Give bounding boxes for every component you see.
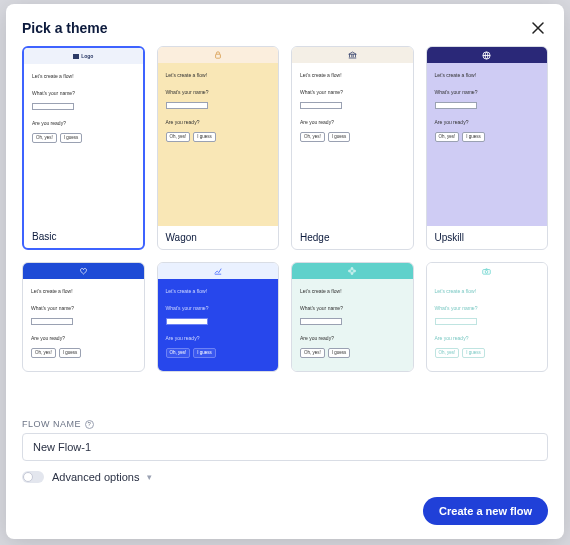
theme-preview-header: Logo (24, 48, 143, 64)
preview-btn-guess: I guess (59, 348, 82, 358)
theme-preview: Let's create a flow! What's your name? A… (23, 263, 144, 371)
preview-heading: Let's create a flow! (435, 72, 540, 79)
theme-preview-body: Let's create a flow! What's your name? A… (24, 64, 143, 225)
theme-preview: Let's create a flow! What's your name? A… (427, 47, 548, 226)
theme-label: Upskill (427, 226, 548, 249)
advanced-toggle[interactable] (22, 471, 44, 483)
preview-q-name: What's your name? (435, 305, 540, 312)
theme-preview-header (427, 47, 548, 63)
preview-q-ready: Are you ready? (300, 335, 405, 342)
create-flow-button[interactable]: Create a new flow (423, 497, 548, 525)
theme-label: Hedge (292, 226, 413, 249)
flow-name-section: FLOW NAME ? (22, 419, 548, 461)
plus-medical-icon (348, 267, 356, 275)
theme-card-7[interactable]: Let's create a flow! What's your name? A… (291, 262, 414, 372)
theme-card-upskill[interactable]: Let's create a flow! What's your name? A… (426, 46, 549, 250)
theme-preview-header (158, 47, 279, 63)
globe-icon (482, 51, 491, 60)
preview-input (435, 318, 477, 325)
preview-btn-guess: I guess (462, 348, 485, 358)
theme-preview: Let's create a flow! What's your name? A… (158, 263, 279, 371)
theme-preview-body: Let's create a flow! What's your name? A… (427, 279, 548, 371)
preview-q-name: What's your name? (31, 305, 136, 312)
theme-preview-body: Let's create a flow! What's your name? A… (23, 279, 144, 371)
theme-label: Basic (24, 225, 143, 248)
theme-preview-body: Let's create a flow! What's your name? A… (292, 63, 413, 226)
close-button[interactable] (528, 18, 548, 38)
theme-card-wagon[interactable]: Let's create a flow! What's your name? A… (157, 46, 280, 250)
preview-btn-guess: I guess (193, 132, 216, 142)
themes-container: Logo Let's create a flow! What's your na… (22, 46, 548, 413)
preview-btn-yes: Oh, yes! (166, 348, 191, 358)
heart-icon (79, 267, 88, 275)
preview-q-name: What's your name? (32, 90, 135, 97)
theme-preview: Let's create a flow! What's your name? A… (427, 263, 548, 371)
preview-btn-yes: Oh, yes! (435, 348, 460, 358)
themes-row-1: Logo Let's create a flow! What's your na… (22, 46, 548, 250)
preview-btn-yes: Oh, yes! (300, 132, 325, 142)
theme-preview-header (292, 47, 413, 63)
theme-card-5[interactable]: Let's create a flow! What's your name? A… (22, 262, 145, 372)
preview-btn-guess: I guess (328, 132, 351, 142)
modal-title: Pick a theme (22, 20, 108, 36)
preview-heading: Let's create a flow! (300, 72, 405, 79)
preview-q-ready: Are you ready? (300, 119, 405, 126)
theme-card-hedge[interactable]: Let's create a flow! What's your name? A… (291, 46, 414, 250)
preview-q-name: What's your name? (300, 305, 405, 312)
chevron-down-icon[interactable]: ▾ (147, 472, 152, 482)
theme-preview: Let's create a flow! What's your name? A… (292, 47, 413, 226)
theme-card-6[interactable]: Let's create a flow! What's your name? A… (157, 262, 280, 372)
preview-q-ready: Are you ready? (166, 119, 271, 126)
theme-card-8[interactable]: Let's create a flow! What's your name? A… (426, 262, 549, 372)
advanced-label: Advanced options (52, 471, 139, 483)
advanced-options-row: Advanced options ▾ (22, 471, 548, 483)
theme-preview-header (292, 263, 413, 279)
preview-q-ready: Are you ready? (32, 120, 135, 127)
preview-btn-guess: I guess (462, 132, 485, 142)
svg-point-3 (485, 270, 488, 273)
preview-q-name: What's your name? (166, 89, 271, 96)
theme-preview-body: Let's create a flow! What's your name? A… (158, 63, 279, 226)
preview-btn-yes: Oh, yes! (300, 348, 325, 358)
flow-name-label: FLOW NAME ? (22, 419, 548, 429)
preview-heading: Let's create a flow! (435, 288, 540, 295)
preview-btn-guess: I guess (60, 133, 83, 143)
logo-text: Logo (81, 53, 93, 59)
flow-name-label-text: FLOW NAME (22, 419, 81, 429)
themes-row-2: Let's create a flow! What's your name? A… (22, 262, 548, 372)
theme-preview: Logo Let's create a flow! What's your na… (24, 48, 143, 225)
preview-btn-yes: Oh, yes! (435, 132, 460, 142)
preview-input (300, 318, 342, 325)
preview-q-name: What's your name? (300, 89, 405, 96)
modal-footer: Create a new flow (22, 497, 548, 525)
theme-picker-modal: Pick a theme Logo Let's create a flow! W… (6, 4, 564, 539)
preview-q-ready: Are you ready? (166, 335, 271, 342)
theme-preview-body: Let's create a flow! What's your name? A… (427, 63, 548, 226)
preview-heading: Let's create a flow! (31, 288, 136, 295)
preview-input (435, 102, 477, 109)
theme-card-basic[interactable]: Logo Let's create a flow! What's your na… (22, 46, 145, 250)
theme-preview: Let's create a flow! What's your name? A… (292, 263, 413, 371)
bank-icon (348, 51, 357, 59)
preview-btn-guess: I guess (193, 348, 216, 358)
flow-name-input[interactable] (22, 433, 548, 461)
modal-header: Pick a theme (22, 18, 548, 38)
preview-heading: Let's create a flow! (166, 288, 271, 295)
preview-q-name: What's your name? (166, 305, 271, 312)
logo-icon (73, 54, 79, 59)
preview-q-name: What's your name? (435, 89, 540, 96)
theme-preview-header (427, 263, 548, 279)
help-icon[interactable]: ? (85, 420, 94, 429)
preview-heading: Let's create a flow! (300, 288, 405, 295)
preview-input (31, 318, 73, 325)
svg-rect-0 (215, 54, 220, 58)
theme-preview-body: Let's create a flow! What's your name? A… (158, 279, 279, 371)
preview-q-ready: Are you ready? (31, 335, 136, 342)
preview-heading: Let's create a flow! (166, 72, 271, 79)
theme-preview-body: Let's create a flow! What's your name? A… (292, 279, 413, 371)
preview-btn-yes: Oh, yes! (166, 132, 191, 142)
theme-preview: Let's create a flow! What's your name? A… (158, 47, 279, 226)
preview-btn-yes: Oh, yes! (32, 133, 57, 143)
preview-input (166, 318, 208, 325)
preview-input (32, 103, 74, 110)
